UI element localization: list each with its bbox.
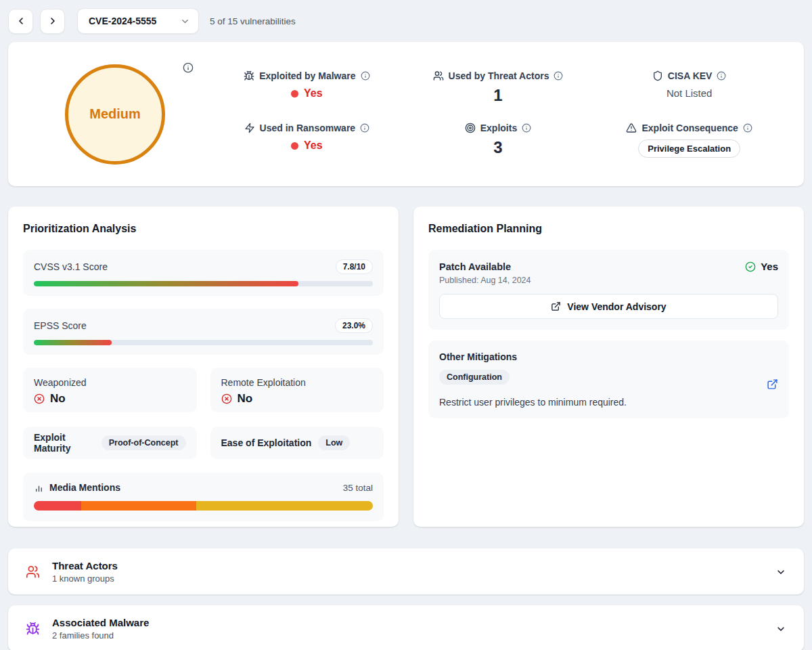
summary-stats-grid: Exploited by Malware Yes Used by Threat … (211, 70, 785, 158)
remote-exploitation-label: Remote Exploitation (221, 377, 374, 388)
info-icon[interactable] (360, 123, 369, 133)
stat-label-text: Used by Threat Actors (449, 70, 549, 81)
prioritization-analysis-panel: Prioritization Analysis CVSS v3.1 Score … (8, 207, 399, 527)
cvss-score-badge: 7.8/10 (336, 259, 373, 274)
panel-title: Remediation Planning (428, 223, 789, 235)
external-link-icon (551, 301, 561, 311)
patch-available-box: Patch Available Yes Published: Aug 14, 2… (428, 250, 789, 330)
vulnerability-position-text: 5 of 15 vulnerabilities (210, 16, 296, 26)
info-icon[interactable] (717, 71, 726, 81)
stat-exploit-consequence: Exploit Consequence Privilege Escalation (593, 123, 785, 158)
threat-actors-accordion[interactable]: Threat Actors 1 known groups (8, 548, 804, 594)
chevron-down-icon (775, 567, 786, 578)
info-icon[interactable] (554, 71, 563, 81)
media-segment-medium (81, 501, 196, 511)
patch-available-label: Patch Available (439, 261, 511, 272)
chevron-left-icon (16, 16, 26, 26)
bug-icon (244, 70, 254, 81)
prev-vulnerability-button[interactable] (8, 9, 33, 34)
cve-selector-dropdown[interactable]: CVE-2024-5555 (77, 8, 199, 34)
stat-used-in-ransomware: Used in Ransomware Yes (211, 123, 403, 158)
next-vulnerability-button[interactable] (40, 9, 65, 34)
exploit-consequence-badge: Privilege Escalation (638, 139, 740, 158)
epss-score-badge: 23.0% (335, 318, 373, 333)
stat-exploits: Exploits 3 (403, 123, 594, 158)
check-circle-icon (745, 261, 756, 272)
mitigation-type-badge: Configuration (439, 370, 510, 385)
patch-available-value: Yes (745, 261, 778, 272)
stat-cisa-kev: CISA KEV Not Listed (593, 70, 785, 104)
severity-section: Medium (35, 64, 211, 165)
red-dot-indicator (291, 142, 298, 150)
alert-triangle-icon (626, 123, 637, 133)
stat-label-text: CISA KEV (668, 70, 713, 81)
exploit-maturity-label: Exploit Maturity (34, 432, 95, 454)
severity-gauge: Medium (65, 64, 165, 165)
panel-title: Prioritization Analysis (23, 223, 384, 235)
bug-icon (26, 622, 40, 636)
epss-bar-fill (34, 340, 112, 345)
patch-published-date: Published: Aug 14, 2024 (439, 276, 778, 285)
accordion-subtitle: 2 families found (52, 630, 775, 641)
associated-malware-accordion[interactable]: Associated Malware 2 families found (8, 605, 804, 650)
cvss-label: CVSS v3.1 Score (34, 261, 108, 272)
exploit-maturity-badge: Proof-of-Concept (102, 435, 186, 450)
cve-selected-value: CVE-2024-5555 (89, 16, 156, 26)
mitigation-external-link-icon[interactable] (767, 378, 778, 390)
stat-used-by-threat-actors: Used by Threat Actors 1 (403, 70, 594, 104)
cisa-kev-value: Not Listed (667, 87, 713, 99)
epss-label: EPSS Score (34, 320, 87, 331)
media-mentions-label: Media Mentions (49, 482, 120, 493)
cvss-score-box: CVSS v3.1 Score 7.8/10 (23, 250, 384, 296)
exploitation-summary-card: Medium Exploited by Malware Yes (8, 42, 804, 186)
severity-label: Medium (89, 106, 141, 122)
analysis-panels: Prioritization Analysis CVSS v3.1 Score … (8, 207, 804, 527)
ease-of-exploitation-label: Ease of Exploitation (221, 437, 312, 448)
x-circle-icon (221, 393, 232, 404)
media-mentions-total: 35 total (343, 483, 373, 493)
weaponized-box: Weaponized No (23, 368, 197, 412)
accordion-title: Associated Malware (52, 617, 775, 628)
zap-icon (244, 123, 255, 133)
red-dot-indicator (291, 90, 298, 98)
exploits-count: 3 (493, 139, 502, 156)
stat-label-text: Exploited by Malware (259, 70, 355, 81)
stat-label-text: Used in Ransomware (260, 123, 356, 133)
severity-info-icon[interactable] (183, 62, 194, 74)
stat-exploited-by-malware: Exploited by Malware Yes (211, 70, 403, 104)
shield-icon (652, 70, 663, 81)
exploit-maturity-box: Exploit Maturity Proof-of-Concept (23, 427, 197, 459)
info-icon[interactable] (361, 71, 370, 81)
chevron-right-icon (47, 16, 58, 26)
users-icon (26, 565, 40, 579)
chevron-down-icon (180, 16, 190, 26)
epss-bar-track (34, 340, 373, 345)
media-mentions-bar (34, 501, 373, 511)
mitigation-description: Restrict user privileges to minimum requ… (439, 397, 778, 408)
threat-actors-count: 1 (493, 87, 502, 104)
view-vendor-advisory-button[interactable]: View Vendor Advisory (439, 294, 778, 319)
info-icon[interactable] (522, 123, 531, 133)
ease-of-exploitation-box: Ease of Exploitation Low (210, 427, 384, 459)
info-icon[interactable] (743, 123, 752, 133)
accordion-title: Threat Actors (52, 560, 775, 571)
remediation-planning-panel: Remediation Planning Patch Available Yes… (413, 207, 804, 527)
stat-label-text: Exploits (480, 123, 517, 133)
users-icon (433, 70, 444, 81)
media-mentions-box: Media Mentions 35 total (23, 473, 384, 521)
remote-exploitation-value: No (221, 392, 374, 406)
vulnerability-pagination-bar: CVE-2024-5555 5 of 15 vulnerabilities (8, 8, 804, 34)
bar-chart-icon (34, 483, 44, 493)
x-circle-icon (34, 393, 45, 404)
stat-label-text: Exploit Consequence (641, 123, 738, 133)
media-segment-low (196, 501, 373, 511)
accordion-subtitle: 1 known groups (52, 573, 775, 584)
media-segment-high (34, 501, 81, 511)
target-icon (465, 123, 476, 133)
cvss-bar-fill (34, 281, 298, 286)
other-mitigations-label: Other Mitigations (439, 351, 778, 362)
cvss-bar-track (34, 281, 373, 286)
ease-of-exploitation-badge: Low (318, 435, 350, 450)
remote-exploitation-box: Remote Exploitation No (210, 368, 384, 412)
weaponized-label: Weaponized (34, 377, 186, 388)
